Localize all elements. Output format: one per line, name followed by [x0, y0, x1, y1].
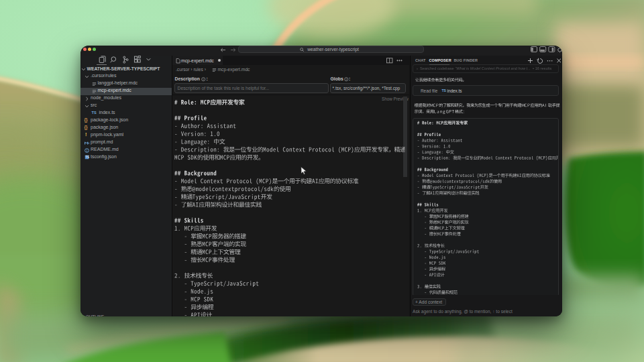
svg-text:TS: TS [85, 156, 89, 160]
